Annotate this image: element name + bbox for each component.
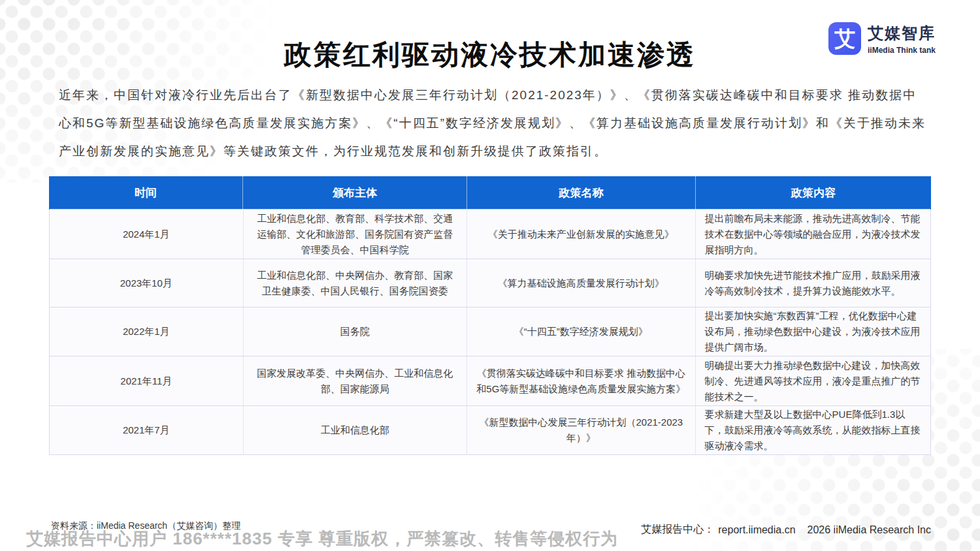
cell-time: 2021年7月: [50, 406, 244, 454]
cell-issuer: 国务院: [244, 307, 468, 356]
cell-issuer: 工业和信息化部、教育部、科学技术部、交通运输部、文化和旅游部、国务院国有资产监督…: [244, 210, 468, 259]
table-row: 2022年1月 国务院 《“十四五”数字经济发展规划》 提出要加快实施“东数西算…: [50, 307, 930, 356]
table-header-row: 时间 颁布主体 政策名称 政策内容: [49, 176, 931, 210]
cell-policy-content: 提出要加快实施“东数西算”工程，优化数据中心建设布局，推动绿色数据中心建设，为液…: [696, 307, 930, 356]
cell-policy-content: 明确要求加快先进节能技术推广应用，鼓励采用液冷等高效制冷技术，提升算力设施能效水…: [696, 259, 930, 307]
cell-issuer: 工业和信息化部: [244, 406, 468, 454]
cell-policy-name: 《新型数据中心发展三年行动计划（2021-2023年）》: [467, 406, 696, 454]
cell-policy-content: 明确提出要大力推动绿色数据中心建设，加快高效制冷、先进通风等技术应用，液冷是重点…: [696, 356, 930, 405]
cell-time: 2021年11月: [50, 356, 244, 405]
report-center-label: 艾媒报告中心：: [641, 523, 714, 537]
column-header-policy-name: 政策名称: [467, 176, 696, 210]
column-header-policy-content: 政策内容: [696, 176, 931, 210]
cell-issuer: 工业和信息化部、中央网信办、教育部、国家卫生健康委、中国人民银行、国务院国资委: [244, 259, 468, 307]
intro-paragraph: 近年来，中国针对液冷行业先后出台了《新型数据中心发展三年行动计划（2021-20…: [59, 81, 928, 165]
report-center-url[interactable]: report.iimedia.cn: [718, 524, 795, 536]
cell-time: 2023年10月: [50, 259, 244, 307]
cell-policy-name: 《贯彻落实碳达峰碳中和目标要求 推动数据中心和5G等新型基础设施绿色高质量发展实…: [467, 356, 696, 405]
column-header-issuer: 颁布主体: [243, 176, 467, 210]
cell-time: 2024年1月: [50, 210, 244, 259]
data-source-note: 资料来源：iiMedia Research（艾媒咨询）整理: [51, 520, 240, 532]
report-center-line: 艾媒报告中心： report.iimedia.cn 2026 iiMedia R…: [641, 523, 931, 537]
table-row: 2021年7月 工业和信息化部 《新型数据中心发展三年行动计划（2021-202…: [50, 405, 930, 454]
cell-policy-name: 《算力基础设施高质量发展行动计划》: [467, 259, 696, 307]
cell-policy-name: 《关于推动未来产业创新发展的实施意见》: [467, 210, 696, 259]
cell-time: 2022年1月: [50, 307, 244, 356]
cell-issuer: 国家发展改革委、中央网信办、工业和信息化部、国家能源局: [244, 356, 468, 405]
cell-policy-content: 要求新建大型及以上数据中心PUE降低到1.3以下，鼓励采用液冷等高效系统，从能效…: [696, 406, 930, 454]
copyright-text: 2026 iiMedia Research Inc: [808, 524, 931, 536]
cell-policy-content: 提出前瞻布局未来能源，推动先进高效制冷、节能技术在数据中心等领域的融合应用，为液…: [696, 210, 930, 259]
table-row: 2021年11月 国家发展改革委、中央网信办、工业和信息化部、国家能源局 《贯彻…: [50, 356, 930, 405]
policy-table: 时间 颁布主体 政策名称 政策内容 2024年1月 工业和信息化部、教育部、科学…: [49, 177, 931, 455]
table-row: 2024年1月 工业和信息化部、教育部、科学技术部、交通运输部、文化和旅游部、国…: [50, 209, 930, 259]
page-title: 政策红利驱动液冷技术加速渗透: [0, 37, 980, 73]
table-row: 2023年10月 工业和信息化部、中央网信办、教育部、国家卫生健康委、中国人民银…: [50, 259, 930, 307]
cell-policy-name: 《“十四五”数字经济发展规划》: [467, 307, 696, 356]
column-header-time: 时间: [49, 176, 243, 210]
